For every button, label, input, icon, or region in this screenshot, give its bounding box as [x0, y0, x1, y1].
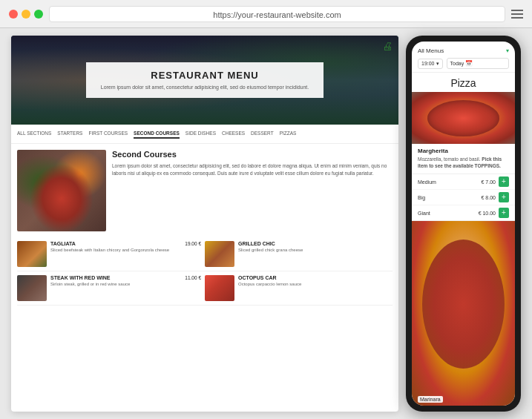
section-description: Lorem ipsum dolor sit amet, consectetur …: [112, 162, 393, 177]
menu-icon[interactable]: [511, 10, 523, 19]
grilled-info: GRILLED CHIC Sliced grilled chick grana …: [238, 241, 389, 267]
tagliata-header: TAGLIATA 19.00 €: [50, 241, 201, 246]
grilled-desc: Sliced grilled chick grana cheese: [238, 248, 389, 254]
phone-content: Pizza Margherita Mozzarella, tomato and …: [412, 73, 515, 406]
size-medium-row: Medium € 7.00 +: [412, 174, 515, 190]
size-big-price: € 8.00: [482, 195, 496, 200]
tab-side-dishes[interactable]: SIDE DISHES: [185, 129, 216, 139]
size-medium-price: € 7.00: [482, 179, 496, 185]
steak-info: STEAK WITH RED WINE 11.00 € Sirloin stea…: [50, 275, 201, 301]
phone-menus-row: All Menus ▾: [418, 47, 509, 54]
food-plate-visual: [17, 150, 106, 231]
size-big-price-area: € 8.00 +: [482, 192, 509, 202]
tab-second-courses[interactable]: SECOND COURSES: [134, 129, 180, 139]
tagliata-image: [17, 241, 47, 267]
grilled-header: GRILLED CHIC: [238, 241, 389, 246]
margherita-description: Mozzarella, tomato and basil. Pick this …: [418, 156, 509, 169]
octopus-header: OCTOPUS CAR: [238, 275, 389, 280]
date-value: Today: [450, 61, 464, 66]
nav-tabs: ALL SECTIONS STARTERS FIRST COURSES SECO…: [11, 125, 398, 144]
steak-price: 11.00 €: [185, 275, 201, 280]
size-giant-row: Giant € 10.00 +: [412, 205, 515, 220]
phone-time-row: 19:00 ▾ Today 📅: [418, 58, 509, 69]
phone-header: All Menus ▾ 19:00 ▾ Today 📅: [412, 42, 515, 73]
add-big-button[interactable]: +: [499, 192, 509, 202]
margherita-name: Margherita: [418, 148, 509, 154]
main-area: RESTAURANT MENU Lorem ipsum dolor sit am…: [0, 28, 532, 419]
marinara-label: Marinara: [418, 396, 443, 403]
time-value: 19:00: [421, 61, 435, 66]
website-mockup: RESTAURANT MENU Lorem ipsum dolor sit am…: [11, 36, 398, 412]
octopus-name: OCTOPUS CAR: [238, 275, 277, 280]
steak-header: STEAK WITH RED WINE 11.00 €: [50, 275, 201, 280]
all-menus-label: All Menus: [418, 47, 444, 54]
minimize-button[interactable]: [22, 10, 30, 19]
date-selector[interactable]: Today 📅: [447, 58, 509, 69]
size-medium-label: Medium: [418, 179, 436, 185]
octopus-image: [205, 275, 234, 301]
grilled-image: [205, 241, 234, 267]
address-bar[interactable]: https://your-restaurant-website.com: [49, 6, 505, 22]
steak-desc: Sirloin steak, grilled or in red wine sa…: [50, 282, 201, 288]
size-options: Medium € 7.00 + Big € 8.00 +: [412, 174, 515, 221]
close-button[interactable]: [9, 10, 18, 19]
size-giant-price: € 10.00: [479, 211, 496, 216]
hero-subtitle: Lorem ipsum dolor sit amet, consectetur …: [101, 84, 309, 91]
tab-all-sections[interactable]: ALL SECTIONS: [17, 129, 51, 139]
add-medium-button[interactable]: +: [499, 176, 509, 187]
list-item: GRILLED CHIC Sliced grilled chick grana …: [205, 237, 393, 271]
section-title: Second Courses: [112, 150, 393, 159]
phone-outer: All Menus ▾ 19:00 ▾ Today 📅: [406, 36, 521, 412]
tab-pizzas[interactable]: PIZZAS: [280, 129, 297, 139]
size-medium-price-area: € 7.00 +: [482, 176, 509, 187]
list-item: OCTOPUS CAR Octopus carpaccio lemon sauc…: [205, 271, 393, 306]
tagliata-desc: Sliced beefsteak with Italian chicory an…: [50, 248, 201, 254]
printer-icon[interactable]: 🖨: [382, 40, 393, 52]
hero-section: RESTAURANT MENU Lorem ipsum dolor sit am…: [11, 36, 398, 125]
tagliata-name: TAGLIATA: [50, 241, 76, 246]
tab-dessert[interactable]: DESSERT: [251, 129, 274, 139]
maximize-button[interactable]: [34, 10, 43, 19]
tab-first-courses[interactable]: FIRST COURSES: [88, 129, 128, 139]
hero-title: RESTAURANT MENU: [101, 70, 309, 81]
grilled-name: GRILLED CHIC: [238, 241, 275, 246]
octopus-info: OCTOPUS CAR Octopus carpaccio lemon sauc…: [238, 275, 389, 301]
phone-mockup: All Menus ▾ 19:00 ▾ Today 📅: [406, 36, 521, 412]
octopus-desc: Octopus carpaccio lemon sauce: [238, 282, 389, 288]
second-courses-info: Second Courses Lorem ipsum dolor sit ame…: [112, 150, 393, 231]
content-section: Second Courses Lorem ipsum dolor sit ame…: [11, 144, 398, 237]
steak-name: STEAK WITH RED WINE: [50, 275, 111, 280]
size-big-row: Big € 8.00 +: [412, 190, 515, 205]
tab-starters[interactable]: STARTERS: [57, 129, 82, 139]
time-selector[interactable]: 19:00 ▾: [418, 59, 443, 69]
margherita-info: Margherita Mozzarella, tomato and basil.…: [412, 144, 515, 174]
hero-content: RESTAURANT MENU Lorem ipsum dolor sit am…: [86, 62, 324, 99]
list-item: STEAK WITH RED WINE 11.00 € Sirloin stea…: [17, 271, 205, 306]
tagliata-info: TAGLIATA 19.00 € Sliced beefsteak with I…: [50, 241, 201, 267]
margherita-pizza-image: [412, 92, 515, 144]
tagliata-price: 19.00 €: [185, 241, 201, 246]
calendar-icon: 📅: [465, 60, 473, 67]
phone-screen: All Menus ▾ 19:00 ▾ Today 📅: [412, 42, 515, 406]
browser-chrome: https://your-restaurant-website.com: [0, 0, 532, 28]
printer-icon-area: 🖨: [382, 39, 393, 53]
marinara-pizza-image: Marinara: [412, 221, 515, 406]
menus-dropdown-icon[interactable]: ▾: [506, 47, 509, 54]
steak-image: [17, 275, 47, 301]
phone-category-title: Pizza: [412, 73, 515, 92]
main-food-image: [17, 150, 106, 231]
size-giant-label: Giant: [418, 211, 430, 216]
time-dropdown-icon: ▾: [436, 61, 439, 67]
menu-items-grid: TAGLIATA 19.00 € Sliced beefsteak with I…: [11, 237, 398, 311]
size-big-label: Big: [418, 195, 425, 200]
list-item: TAGLIATA 19.00 € Sliced beefsteak with I…: [17, 237, 205, 271]
traffic-lights: [9, 10, 43, 19]
add-giant-button[interactable]: +: [499, 208, 509, 218]
tab-cheeses[interactable]: CHEESES: [222, 129, 245, 139]
size-giant-price-area: € 10.00 +: [479, 208, 509, 218]
